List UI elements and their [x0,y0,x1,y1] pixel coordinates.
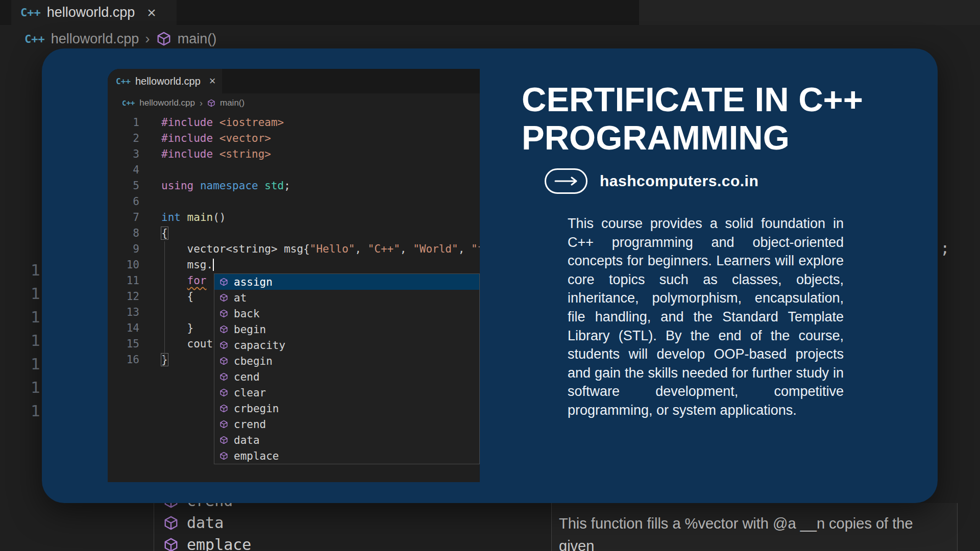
code-editor-screenshot: C++ helloworld.cpp × C++ helloworld.cpp … [108,69,480,482]
suggest-item-label: capacity [234,339,285,352]
breadcrumb-symbol[interactable]: main() [220,98,244,108]
suggest-item-label: data [234,434,260,446]
course-title-line1: CERTIFICATE IN C++ [522,80,863,118]
breadcrumb-file[interactable]: helloworld.cpp [139,98,195,108]
suggest-item[interactable]: emplace [154,534,552,551]
line-number: 1 [31,258,40,282]
promo-card: C++ helloworld.cpp × C++ helloworld.cpp … [42,48,938,503]
line-number: 12 [108,289,139,305]
suggest-item-label: emplace [234,450,279,462]
line-number: 16 [108,352,139,368]
line-number: 9 [108,241,139,257]
line-number: 5 [108,178,139,194]
suggest-item[interactable]: back [214,306,479,321]
suggest-item[interactable]: emplace [214,448,479,464]
suggest-item[interactable]: at [214,290,479,306]
line-number: 1 [31,329,40,352]
code-line[interactable]: 9 vector<string> msg{"Hello", "C++", "Wo… [108,241,480,257]
line-number: 15 [108,336,139,352]
breadcrumb-symbol[interactable]: main() [178,31,217,47]
background-breadcrumb[interactable]: C++ helloworld.cpp › main() [24,30,216,48]
indent-guide [164,241,165,361]
code-text: { [161,289,193,305]
code-text: vector<string> msg{"Hello", "C++", "Worl… [161,241,480,257]
suggest-item-label: cbegin [234,355,273,367]
website-link[interactable]: hashcomputers.co.in [600,172,758,190]
suggest-item-label: begin [234,323,266,336]
suggest-item-label: clear [234,387,266,399]
line-number: 11 [108,273,139,289]
code-line[interactable]: 7int main() [108,210,480,226]
code-text: using namespace std; [161,178,290,194]
cpp-file-icon: C++ [122,99,135,107]
line-number: 10 [108,257,139,273]
line-number: 6 [108,194,139,210]
line-number: 4 [108,162,139,178]
code-text: #include <vector> [161,131,271,146]
chevron-right-icon: › [145,31,150,47]
symbol-cube-icon [156,31,172,46]
code-text: #include <iostream> [161,115,284,131]
suggest-doc-tooltip: This function fills a %vector with @a __… [551,503,958,551]
code-text: for [161,273,207,289]
line-number: 1 [31,352,40,375]
tab-label: helloworld.cpp [135,76,201,87]
suggest-item[interactable]: begin [214,321,479,337]
background-editor-tab[interactable]: C++ helloworld.cpp × [11,0,177,25]
close-icon[interactable]: × [209,74,216,88]
suggest-item[interactable]: crend [214,416,479,432]
code-line[interactable]: 1#include <iostream> [108,115,480,131]
cpp-file-icon: C++ [20,6,41,19]
suggest-item-label: crbegin [234,403,279,415]
line-number: 1 [31,282,40,305]
code-line[interactable]: 2#include <vector> [108,131,480,146]
suggest-item[interactable]: cend [214,369,479,385]
arrow-right-icon[interactable] [545,168,587,194]
suggest-item-label: emplace [187,536,251,551]
suggest-item[interactable]: crbegin [214,400,479,416]
cpp-file-icon: C++ [116,77,131,86]
line-number: 13 [108,305,139,320]
suggest-item[interactable]: capacity [214,337,479,353]
suggest-item-label: back [234,308,260,320]
suggest-item[interactable]: clear [214,385,479,400]
symbol-cube-icon [207,99,215,107]
code-line[interactable]: 5using namespace std; [108,178,480,194]
code-line[interactable]: 4 [108,162,480,178]
course-title-line2: PROGRAMMING [522,118,863,157]
line-number: 3 [108,146,139,162]
background-line-numbers: 1111111 [31,258,40,422]
suggest-item-label: data [187,514,224,532]
suggest-item-label: cend [234,371,260,383]
text-cursor [213,259,214,271]
code-text: cout [161,336,213,352]
breadcrumb[interactable]: C++ helloworld.cpp › main() [122,96,244,110]
line-number: 2 [108,131,139,146]
breadcrumb-file[interactable]: helloworld.cpp [51,31,139,47]
suggest-item-label: crend [234,418,266,431]
tab-label: helloworld.cpp [47,5,135,20]
suggest-item[interactable]: data [214,432,479,448]
course-description: This course provides a solid foundation … [568,214,844,420]
code-line[interactable]: 10 msg. [108,257,480,273]
line-number: 1 [31,399,40,422]
code-line[interactable]: 3#include <string> [108,146,480,162]
suggest-item[interactable]: assign [214,274,479,290]
code-text: int main() [161,210,226,226]
code-line[interactable]: 8{ [108,226,480,241]
line-number: 7 [108,210,139,226]
course-title: CERTIFICATE IN C++ PROGRAMMING [522,80,863,157]
line-number: 1 [31,305,40,329]
code-line[interactable]: 6 [108,194,480,210]
doc-tooltip-text: This function fills a %vector with @a __… [559,515,913,551]
autocomplete-dropdown[interactable]: assignatbackbegincapacitycbegincendclear… [214,273,480,464]
close-icon[interactable]: × [147,4,156,21]
code-text: msg. [161,257,214,273]
suggest-item[interactable]: cbegin [214,353,479,369]
website-cta[interactable]: hashcomputers.co.in [545,168,758,194]
background-code-fragment: ; [940,239,950,257]
editor-tab[interactable]: C++ helloworld.cpp × [108,69,222,93]
code-text: { [161,226,168,241]
suggest-item[interactable]: data [154,512,552,534]
line-number: 1 [31,375,40,399]
